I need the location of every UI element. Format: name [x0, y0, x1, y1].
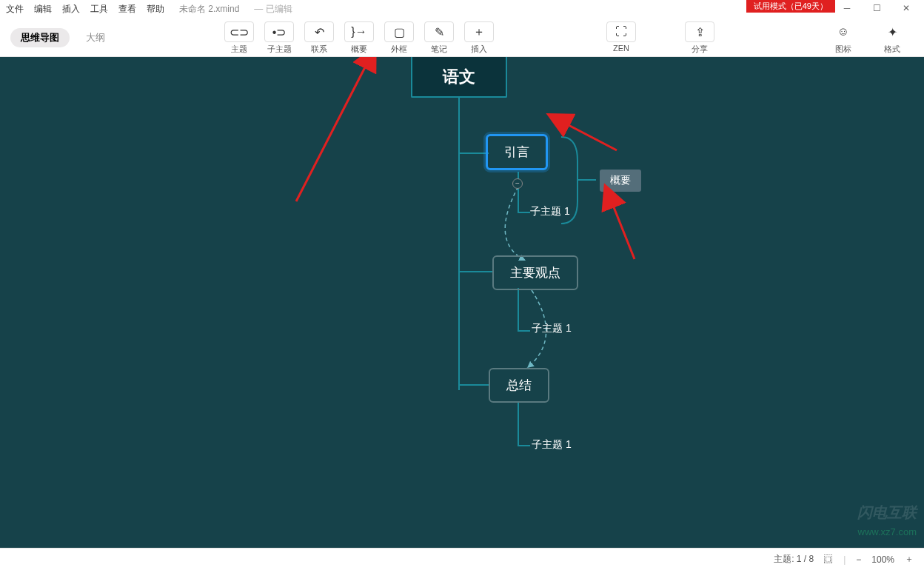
zen-icon: ⛶ — [606, 21, 636, 42]
notes-label: 笔记 — [431, 44, 447, 55]
subtopic-icon: •⊃ — [264, 21, 294, 42]
svg-line-1 — [566, 124, 617, 150]
svg-line-0 — [296, 64, 366, 201]
summary-icon: }→ — [344, 21, 374, 42]
relation-label: 联系 — [311, 44, 327, 55]
collapse-toggle-intro[interactable]: − — [512, 178, 523, 189]
boundary-label: 外框 — [391, 44, 407, 55]
watermark-brand: 闪电互联 — [857, 503, 917, 523]
iconset-label: 图标 — [835, 44, 851, 55]
menu-tools[interactable]: 工具 — [90, 3, 108, 16]
node-conclusion-sub[interactable]: 子主题 1 — [532, 438, 572, 452]
menu-help[interactable]: 帮助 — [147, 3, 164, 16]
watermark-url: www.xz7.com — [858, 526, 917, 537]
format-button[interactable]: ✦ 格式 — [875, 21, 909, 55]
smiley-icon: ☺ — [828, 21, 858, 42]
node-conclusion[interactable]: 总结 — [489, 368, 549, 403]
window-controls: ─ ☐ ✕ — [832, 0, 921, 16]
menu-view[interactable]: 查看 — [118, 3, 136, 16]
subtopic-button[interactable]: •⊃ 子主题 — [262, 21, 296, 55]
document-title: 未命名 2.xmind — [179, 3, 239, 16]
tab-outline[interactable]: 大纲 — [80, 28, 111, 47]
zoom-in-button[interactable]: ＋ — [905, 553, 914, 566]
boundary-icon: ▢ — [384, 21, 414, 42]
connector-lines — [0, 57, 924, 548]
menu-bar: 文件 编辑 插入 工具 查看 帮助 未命名 2.xmind — 已编辑 试用模式… — [0, 0, 924, 19]
iconset-button[interactable]: ☺ 图标 — [826, 21, 860, 55]
menu-file[interactable]: 文件 — [6, 3, 24, 16]
share-icon: ⇪ — [685, 21, 714, 42]
outline-toggle-icon[interactable]: ⿴ — [824, 554, 833, 565]
notes-button[interactable]: ✎ 笔记 — [422, 21, 456, 55]
boundary-button[interactable]: ▢ 外框 — [382, 21, 416, 55]
close-button[interactable]: ✕ — [891, 0, 921, 16]
root-node[interactable]: 语文 — [411, 57, 507, 98]
minimize-button[interactable]: ─ — [832, 0, 862, 16]
relation-icon: ↶ — [304, 21, 334, 42]
format-label: 格式 — [884, 44, 900, 55]
share-button[interactable]: ⇪ 分享 — [683, 21, 717, 55]
summary-node[interactable]: 概要 — [600, 170, 641, 192]
summary-label: 概要 — [351, 44, 367, 55]
subtopic-label: 子主题 — [267, 44, 292, 55]
node-intro-sub[interactable]: 子主题 1 — [530, 205, 570, 218]
share-label: 分享 — [692, 44, 708, 55]
status-bar: 主题: 1 / 8 ⿴ | − 100% ＋ — [0, 548, 924, 570]
summary-button[interactable]: }→ 概要 — [342, 21, 376, 55]
notes-icon: ✎ — [424, 21, 454, 42]
tab-mindmap[interactable]: 思维导图 — [10, 28, 70, 47]
node-main[interactable]: 主要观点 — [492, 255, 578, 290]
topic-count: 主题: 1 / 8 — [774, 553, 814, 566]
topic-button[interactable]: ⊂⊃ 主题 — [222, 21, 256, 55]
insert-label: 插入 — [471, 44, 487, 55]
node-intro[interactable]: 引言 — [486, 134, 548, 170]
topic-label: 主题 — [231, 44, 247, 55]
view-tabs: 思维导图 大纲 — [10, 28, 111, 47]
insert-icon: ＋ — [464, 21, 494, 42]
trial-badge[interactable]: 试用模式（已49天） — [746, 0, 835, 13]
toolbar: 思维导图 大纲 ⊂⊃ 主题 •⊃ 子主题 ↶ 联系 }→ 概要 ▢ 外框 ✎ 笔… — [0, 19, 924, 57]
annotation-arrows — [0, 57, 924, 548]
brush-icon: ✦ — [877, 21, 907, 42]
relation-button[interactable]: ↶ 联系 — [302, 21, 336, 55]
maximize-button[interactable]: ☐ — [862, 0, 891, 16]
topic-icon: ⊂⊃ — [224, 21, 254, 42]
menu-edit[interactable]: 编辑 — [34, 3, 52, 16]
mindmap-canvas[interactable]: 语文 引言 − 子主题 1 主要观点 子主题 1 总结 子主题 1 概要 闪电互… — [0, 57, 924, 548]
zen-label: ZEN — [613, 44, 629, 53]
zoom-out-button[interactable]: − — [856, 554, 861, 565]
zoom-level[interactable]: 100% — [871, 554, 894, 565]
menu-insert[interactable]: 插入 — [62, 3, 80, 16]
edited-indicator: — 已编辑 — [254, 3, 292, 16]
svg-line-2 — [612, 204, 635, 259]
node-main-sub[interactable]: 子主题 1 — [532, 322, 572, 335]
insert-button[interactable]: ＋ 插入 — [462, 21, 496, 55]
zen-button[interactable]: ⛶ ZEN — [604, 21, 638, 55]
